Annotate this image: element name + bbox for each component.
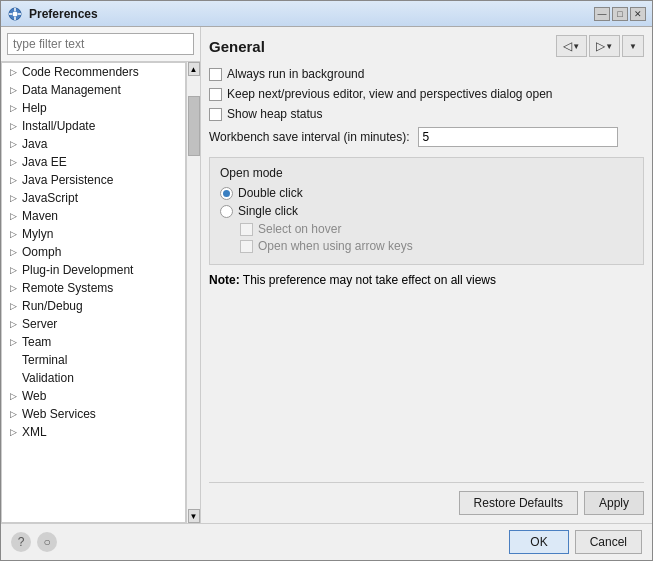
- open-arrow-keys-checkbox: [240, 240, 253, 253]
- single-click-radio[interactable]: [220, 205, 233, 218]
- tree-item[interactable]: ▷Web Services: [2, 405, 185, 423]
- menu-button[interactable]: ▼: [622, 35, 644, 57]
- forward-button[interactable]: ▷ ▼: [589, 35, 620, 57]
- content-area: General ◁ ▼ ▷ ▼ ▼: [201, 27, 652, 523]
- main-area: ▷Code Recommenders▷Data Management▷Help▷…: [1, 27, 652, 523]
- tree-arrow-icon: ▷: [6, 389, 20, 403]
- tree-item-label: Terminal: [22, 353, 67, 367]
- tree-item-label: Team: [22, 335, 51, 349]
- forward-icon: ▷: [596, 39, 605, 53]
- forward-dropdown-icon: ▼: [605, 42, 613, 51]
- tree-item[interactable]: ▷Install/Update: [2, 117, 185, 135]
- keep-editor-checkbox[interactable]: [209, 88, 222, 101]
- tree-item[interactable]: ▷Java Persistence: [2, 171, 185, 189]
- tree-item[interactable]: ▷Help: [2, 99, 185, 117]
- content-body: Always run in background Keep next/previ…: [209, 67, 644, 474]
- tree-item[interactable]: ▷Java EE: [2, 153, 185, 171]
- double-click-radio[interactable]: [220, 187, 233, 200]
- open-mode-title: Open mode: [220, 166, 633, 180]
- scroll-down-button[interactable]: ▼: [188, 509, 200, 523]
- preferences-dialog: Preferences — □ ✕ ▷Code Recommenders▷Dat…: [0, 0, 653, 561]
- sub-options: Select on hover Open when using arrow ke…: [240, 222, 633, 253]
- open-arrow-keys-row: Open when using arrow keys: [240, 239, 633, 253]
- open-mode-group: Open mode Double click Single click Sele…: [209, 157, 644, 265]
- tree-item[interactable]: Validation: [2, 369, 185, 387]
- note-bold: Note:: [209, 273, 240, 287]
- tree-arrow-icon: [6, 353, 20, 367]
- tree-item-label: Web: [22, 389, 46, 403]
- tree-item-label: Java EE: [22, 155, 67, 169]
- tree-item-label: Web Services: [22, 407, 96, 421]
- close-button[interactable]: ✕: [630, 7, 646, 21]
- minimize-button[interactable]: —: [594, 7, 610, 21]
- cancel-button[interactable]: Cancel: [575, 530, 642, 554]
- tree-arrow-icon: ▷: [6, 65, 20, 79]
- tree-arrow-icon: ▷: [6, 299, 20, 313]
- tree-item-label: XML: [22, 425, 47, 439]
- tree-arrow-icon: ▷: [6, 317, 20, 331]
- always-run-checkbox[interactable]: [209, 68, 222, 81]
- ok-button[interactable]: OK: [509, 530, 568, 554]
- back-button[interactable]: ◁ ▼: [556, 35, 587, 57]
- show-heap-row: Show heap status: [209, 107, 644, 121]
- tree-arrow-icon: ▷: [6, 173, 20, 187]
- tree-arrow-icon: ▷: [6, 335, 20, 349]
- tree-arrow-icon: ▷: [6, 263, 20, 277]
- tree-item-label: Code Recommenders: [22, 65, 139, 79]
- tree-item[interactable]: ▷Team: [2, 333, 185, 351]
- tree-item[interactable]: ▷JavaScript: [2, 189, 185, 207]
- tree-item-label: Mylyn: [22, 227, 53, 241]
- tree-item[interactable]: ▷Java: [2, 135, 185, 153]
- tree-arrow-icon: ▷: [6, 155, 20, 169]
- single-click-row: Single click: [220, 204, 633, 218]
- back-icon: ◁: [563, 39, 572, 53]
- bottom-right: OK Cancel: [509, 530, 642, 554]
- keep-editor-row: Keep next/previous editor, view and pers…: [209, 87, 644, 101]
- info-icon[interactable]: ○: [37, 532, 57, 552]
- tree-item[interactable]: ▷Plug-in Development: [2, 261, 185, 279]
- content-footer: Restore Defaults Apply: [209, 482, 644, 515]
- select-on-hover-row: Select on hover: [240, 222, 633, 236]
- tree-item-label: Java Persistence: [22, 173, 113, 187]
- tree-item-label: Run/Debug: [22, 299, 83, 313]
- tree-item-label: Validation: [22, 371, 74, 385]
- restore-defaults-button[interactable]: Restore Defaults: [459, 491, 578, 515]
- window-title: Preferences: [29, 7, 98, 21]
- back-dropdown-icon: ▼: [572, 42, 580, 51]
- tree-item-label: Plug-in Development: [22, 263, 133, 277]
- scrollbar-thumb[interactable]: [188, 96, 200, 156]
- help-icon[interactable]: ?: [11, 532, 31, 552]
- tree-item[interactable]: ▷Run/Debug: [2, 297, 185, 315]
- show-heap-checkbox[interactable]: [209, 108, 222, 121]
- tree-item[interactable]: ▷XML: [2, 423, 185, 441]
- tree-item[interactable]: ▷Oomph: [2, 243, 185, 261]
- tree-item[interactable]: ▷Mylyn: [2, 225, 185, 243]
- apply-button[interactable]: Apply: [584, 491, 644, 515]
- scroll-up-button[interactable]: ▲: [188, 62, 200, 76]
- always-run-label: Always run in background: [227, 67, 364, 81]
- tree-arrow-icon: ▷: [6, 209, 20, 223]
- select-on-hover-checkbox: [240, 223, 253, 236]
- tree-item[interactable]: Terminal: [2, 351, 185, 369]
- tree-item[interactable]: ▷Server: [2, 315, 185, 333]
- tree-arrow-icon: ▷: [6, 101, 20, 115]
- bottom-left: ? ○: [11, 532, 57, 552]
- tree-item[interactable]: ▷Data Management: [2, 81, 185, 99]
- filter-input[interactable]: [7, 33, 194, 55]
- page-title: General: [209, 38, 265, 55]
- tree-item[interactable]: ▷Remote Systems: [2, 279, 185, 297]
- show-heap-label: Show heap status: [227, 107, 322, 121]
- maximize-button[interactable]: □: [612, 7, 628, 21]
- workbench-label: Workbench save interval (in minutes):: [209, 130, 410, 144]
- always-run-row: Always run in background: [209, 67, 644, 81]
- tree-item[interactable]: ▷Web: [2, 387, 185, 405]
- workbench-interval-input[interactable]: [418, 127, 618, 147]
- bottom-bar: ? ○ OK Cancel: [1, 523, 652, 560]
- tree-item[interactable]: ▷Code Recommenders: [2, 63, 185, 81]
- window-controls: — □ ✕: [594, 7, 646, 21]
- note-row: Note: This preference may not take effec…: [209, 273, 644, 287]
- tree-item-label: Java: [22, 137, 47, 151]
- tree-item-label: Help: [22, 101, 47, 115]
- menu-dropdown-icon: ▼: [629, 42, 637, 51]
- tree-item[interactable]: ▷Maven: [2, 207, 185, 225]
